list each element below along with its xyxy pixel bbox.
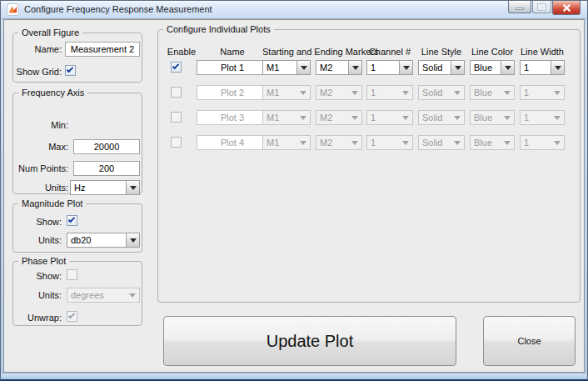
- magnitude-show-label: Show:: [13, 217, 62, 227]
- update-plot-button[interactable]: Update Plot: [163, 316, 456, 366]
- unwrap-checkbox[interactable]: [67, 311, 77, 322]
- marker-end-dropdown[interactable]: M2: [316, 85, 362, 100]
- channel-dropdown[interactable]: 1: [366, 60, 413, 75]
- close-button[interactable]: Close: [483, 316, 576, 366]
- show-grid-label: Show Grid:: [13, 67, 62, 77]
- plot-row: M1 M2 1 Solid Blue 1: [158, 85, 580, 100]
- marker-start-dropdown[interactable]: M1: [262, 135, 311, 150]
- line-width-dropdown[interactable]: 1: [520, 110, 565, 125]
- magnitude-show-checkbox[interactable]: [67, 215, 77, 226]
- check-icon: [68, 216, 75, 223]
- line-style-dropdown[interactable]: Solid: [418, 85, 465, 100]
- phase-units-dropdown[interactable]: degrees: [67, 288, 140, 303]
- line-color-dropdown[interactable]: Blue: [470, 85, 515, 100]
- marker-end-dropdown[interactable]: M2: [316, 135, 362, 150]
- channel-dropdown[interactable]: 1: [366, 135, 413, 150]
- minimize-button[interactable]: [508, 1, 531, 13]
- dropdown-arrow-icon: [551, 61, 564, 74]
- marker-start-dropdown[interactable]: M1: [262, 60, 311, 75]
- phase-show-checkbox[interactable]: [67, 269, 77, 280]
- window-bottom-frame: [1, 373, 587, 379]
- channel-dropdown[interactable]: 1: [366, 110, 413, 125]
- phase-show-label: Show:: [13, 271, 62, 281]
- magnitude-units-dropdown[interactable]: db20: [67, 233, 140, 248]
- dropdown-arrow-icon: [399, 111, 412, 124]
- figure-name-input[interactable]: [65, 42, 140, 57]
- line-color-dropdown[interactable]: Blue: [470, 110, 515, 125]
- header-line-width: Line Width: [520, 47, 565, 57]
- freq-units-value: Hz: [71, 181, 126, 194]
- maximize-button[interactable]: [532, 1, 551, 13]
- plot-enable-checkbox[interactable]: [171, 62, 182, 73]
- header-channel: Channel #: [366, 47, 413, 57]
- line-color-dropdown[interactable]: Blue: [470, 60, 515, 75]
- minimize-icon: [516, 8, 524, 10]
- header-name: Name: [197, 47, 268, 57]
- configure-individual-plots-group: Configure Individual Plots Enable Name S…: [157, 29, 581, 303]
- line-width-dropdown[interactable]: 1: [520, 85, 565, 100]
- freq-units-dropdown[interactable]: Hz: [70, 180, 140, 195]
- frequency-axis-group: Frequency Axis Min: Max: Num Points: Uni…: [12, 93, 142, 194]
- show-grid-checkbox[interactable]: [65, 65, 76, 76]
- line-color-dropdown[interactable]: Blue: [470, 135, 515, 150]
- marker-end-dropdown[interactable]: M2: [316, 110, 362, 125]
- header-markers: Starting and Ending Markers: [262, 47, 362, 57]
- dropdown-arrow-icon: [348, 61, 361, 74]
- dropdown-arrow-icon: [551, 86, 564, 99]
- dropdown-arrow-icon: [551, 136, 564, 149]
- dropdown-arrow-icon: [399, 86, 412, 99]
- line-width-dropdown[interactable]: 1: [520, 60, 565, 75]
- dropdown-arrow-icon: [451, 61, 464, 74]
- marker-start-dropdown[interactable]: M1: [262, 110, 311, 125]
- line-width-dropdown[interactable]: 1: [520, 135, 565, 150]
- dropdown-arrow-icon: [501, 61, 514, 74]
- line-style-dropdown[interactable]: Solid: [418, 110, 465, 125]
- plot-name-input[interactable]: [197, 135, 268, 150]
- marker-end-dropdown[interactable]: M2: [316, 60, 362, 75]
- phase-plot-group: Phase Plot Show: Units: degrees Unwrap:: [12, 261, 142, 326]
- marker-start-dropdown[interactable]: M1: [262, 85, 311, 100]
- plot-name-input[interactable]: [197, 85, 268, 100]
- header-line-style: Line Style: [418, 47, 465, 57]
- dropdown-arrow-icon: [296, 61, 310, 74]
- frequency-axis-title: Frequency Axis: [18, 88, 87, 98]
- channel-dropdown[interactable]: 1: [366, 85, 413, 100]
- dropdown-arrow-icon: [296, 86, 310, 99]
- plot-row: M1 M2 1 Solid Blue 1: [158, 60, 580, 75]
- dropdown-arrow-icon: [399, 136, 412, 149]
- dropdown-arrow-icon: [501, 86, 514, 99]
- overall-figure-title: Overall Figure: [18, 28, 82, 38]
- dialog-client-area: Overall Figure Name: Show Grid: Frequenc…: [3, 19, 585, 373]
- name-label: Name:: [13, 44, 62, 54]
- magnitude-units-value: db20: [67, 233, 126, 247]
- dropdown-arrow-icon: [296, 111, 310, 124]
- maximize-icon: [538, 4, 546, 10]
- titlebar[interactable]: Configure Frequency Response Measurement: [1, 1, 587, 19]
- magnitude-plot-group: Magnitude Plot Show: Units: db20: [12, 203, 142, 253]
- max-input[interactable]: [73, 139, 140, 154]
- close-window-button[interactable]: [552, 1, 581, 15]
- line-style-dropdown[interactable]: Solid: [418, 60, 465, 75]
- check-icon: [67, 66, 73, 73]
- dropdown-arrow-icon: [451, 111, 464, 124]
- dropdown-arrow-icon: [551, 111, 564, 124]
- freq-units-label: Units:: [13, 183, 68, 193]
- dialog-window: Configure Frequency Response Measurement…: [0, 0, 588, 381]
- plot-enable-checkbox[interactable]: [171, 137, 182, 148]
- num-points-label: Num Points:: [13, 163, 68, 173]
- check-icon: [68, 312, 75, 318]
- dropdown-arrow-icon: [451, 86, 464, 99]
- header-line-color: Line Color: [470, 47, 515, 57]
- plots-panel-title: Configure Individual Plots: [163, 24, 274, 34]
- dropdown-arrow-icon: [296, 136, 310, 149]
- phase-units-label: Units:: [13, 290, 62, 300]
- plot-name-input[interactable]: [197, 110, 268, 125]
- phase-plot-title: Phase Plot: [18, 256, 69, 266]
- num-points-input[interactable]: [73, 161, 140, 176]
- window-controls: [508, 1, 581, 15]
- line-style-dropdown[interactable]: Solid: [418, 135, 465, 150]
- dropdown-arrow-icon: [399, 61, 412, 74]
- plot-enable-checkbox[interactable]: [171, 87, 182, 98]
- plot-enable-checkbox[interactable]: [171, 112, 182, 123]
- plot-name-input[interactable]: [197, 60, 268, 75]
